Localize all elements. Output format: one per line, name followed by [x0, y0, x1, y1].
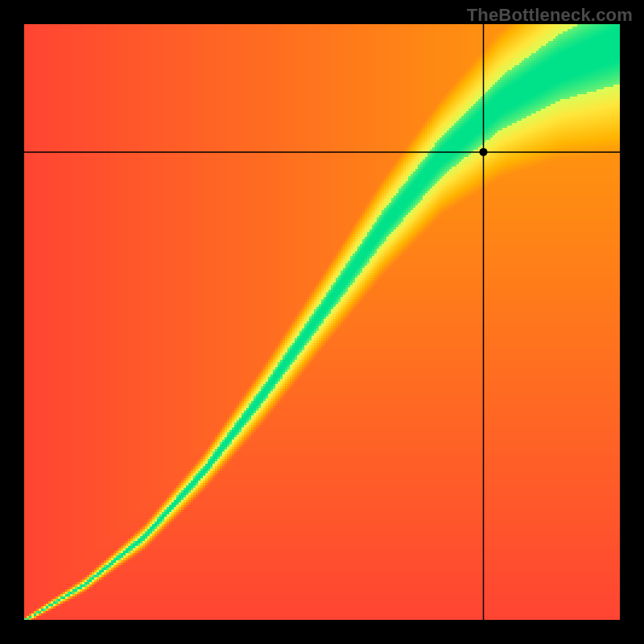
- canvas-container: TheBottleneck.com: [0, 0, 644, 644]
- attribution-watermark: TheBottleneck.com: [467, 5, 633, 26]
- heatmap-plot: [24, 24, 620, 620]
- heatmap-canvas: [24, 24, 620, 620]
